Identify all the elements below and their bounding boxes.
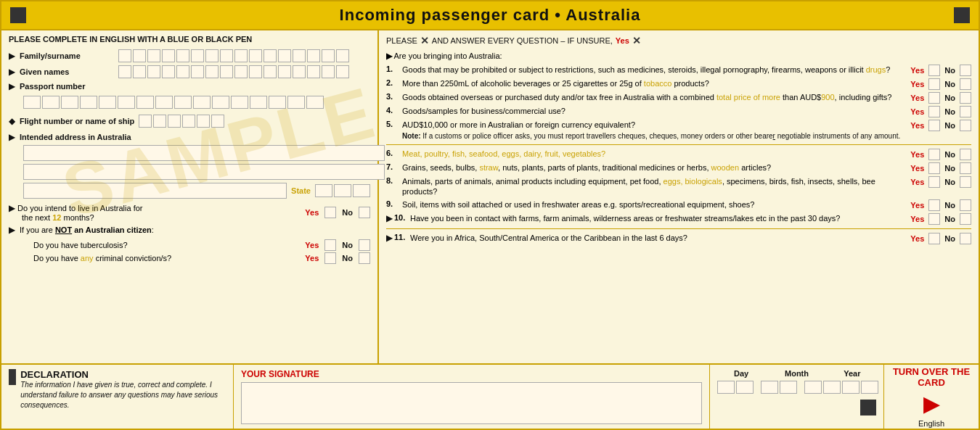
input-box[interactable] xyxy=(306,96,324,109)
input-box[interactable] xyxy=(176,49,189,62)
year-boxes[interactable] xyxy=(804,381,878,394)
input-box[interactable] xyxy=(293,49,306,62)
input-box[interactable] xyxy=(174,96,192,109)
day-box-1[interactable] xyxy=(717,381,735,394)
input-box[interactable] xyxy=(193,96,211,109)
month-boxes[interactable] xyxy=(761,381,797,394)
input-box[interactable] xyxy=(42,96,60,109)
live-no-checkbox[interactable] xyxy=(359,207,370,218)
input-box[interactable] xyxy=(231,96,248,109)
input-box[interactable] xyxy=(155,96,173,109)
q11-no-box[interactable] xyxy=(960,233,971,244)
q2-yes-box[interactable] xyxy=(928,78,940,90)
input-box[interactable] xyxy=(211,115,224,128)
address-input-line1[interactable] xyxy=(23,145,385,161)
q10-no-box[interactable] xyxy=(960,213,971,225)
input-box[interactable] xyxy=(99,96,116,109)
input-box[interactable] xyxy=(220,49,233,62)
input-box[interactable] xyxy=(153,115,166,128)
q4-yes-box[interactable] xyxy=(928,106,940,117)
q5-no-box[interactable] xyxy=(960,120,971,131)
input-box[interactable] xyxy=(61,96,78,109)
q7-no-box[interactable] xyxy=(960,162,971,174)
input-box[interactable] xyxy=(205,65,219,78)
q6-no-box[interactable] xyxy=(960,149,971,160)
input-box[interactable] xyxy=(147,49,160,62)
year-box-4[interactable] xyxy=(861,381,878,394)
year-box-2[interactable] xyxy=(823,381,841,394)
input-box[interactable] xyxy=(118,65,131,78)
signature-box[interactable] xyxy=(241,382,702,424)
input-box[interactable] xyxy=(249,49,262,62)
flight-number-input[interactable] xyxy=(139,115,370,128)
input-box[interactable] xyxy=(80,96,97,109)
input-box[interactable] xyxy=(139,115,152,128)
input-box[interactable] xyxy=(353,184,370,197)
state-input[interactable] xyxy=(315,184,370,197)
input-box[interactable] xyxy=(118,49,131,62)
input-box[interactable] xyxy=(269,96,286,109)
live-yes-checkbox[interactable] xyxy=(324,207,336,218)
q4-no-box[interactable] xyxy=(960,106,971,117)
input-box[interactable] xyxy=(287,96,305,109)
input-box[interactable] xyxy=(293,65,306,78)
month-box-2[interactable] xyxy=(780,381,797,394)
input-box[interactable] xyxy=(212,96,229,109)
address-input-line2[interactable] xyxy=(23,164,385,180)
input-box[interactable] xyxy=(220,65,233,78)
q9-no-box[interactable] xyxy=(960,199,971,211)
input-box[interactable] xyxy=(250,96,267,109)
q1-no-box[interactable] xyxy=(960,65,971,76)
input-box[interactable] xyxy=(162,49,175,62)
q8-yes-box[interactable] xyxy=(928,176,940,188)
month-box-1[interactable] xyxy=(761,381,778,394)
input-box[interactable] xyxy=(133,65,146,78)
q10-yes-box[interactable] xyxy=(928,213,940,225)
input-box[interactable] xyxy=(234,65,248,78)
address-suburb-input[interactable] xyxy=(23,183,287,199)
input-box[interactable] xyxy=(176,65,189,78)
q3-no-box[interactable] xyxy=(960,92,971,104)
q5-yes-box[interactable] xyxy=(928,120,940,131)
criminal-yes-checkbox[interactable] xyxy=(324,252,336,264)
day-box-2[interactable] xyxy=(736,381,754,394)
family-surname-input[interactable] xyxy=(118,49,370,62)
input-box[interactable] xyxy=(147,65,160,78)
input-box[interactable] xyxy=(118,96,135,109)
passport-number-input-row1[interactable] xyxy=(23,96,370,109)
input-box[interactable] xyxy=(133,49,146,62)
input-box[interactable] xyxy=(336,49,349,62)
input-box[interactable] xyxy=(249,65,262,78)
input-box[interactable] xyxy=(168,115,181,128)
criminal-no-checkbox[interactable] xyxy=(359,252,370,264)
input-box[interactable] xyxy=(307,49,320,62)
given-names-input[interactable] xyxy=(118,65,370,78)
input-box[interactable] xyxy=(334,184,351,197)
input-box[interactable] xyxy=(264,49,277,62)
q8-no-box[interactable] xyxy=(960,176,971,188)
input-box[interactable] xyxy=(322,65,335,78)
input-box[interactable] xyxy=(182,115,195,128)
year-box-3[interactable] xyxy=(842,381,859,394)
q3-yes-box[interactable] xyxy=(928,92,940,104)
input-box[interactable] xyxy=(322,49,335,62)
q11-yes-box[interactable] xyxy=(928,233,940,244)
input-box[interactable] xyxy=(162,65,175,78)
q2-no-box[interactable] xyxy=(960,78,971,90)
input-box[interactable] xyxy=(336,65,349,78)
input-box[interactable] xyxy=(278,49,291,62)
input-box[interactable] xyxy=(264,65,277,78)
input-box[interactable] xyxy=(278,65,291,78)
input-box[interactable] xyxy=(315,184,332,197)
input-box[interactable] xyxy=(191,65,204,78)
tb-yes-checkbox[interactable] xyxy=(324,239,336,251)
q1-yes-box[interactable] xyxy=(928,65,940,76)
q9-yes-box[interactable] xyxy=(928,199,940,211)
tb-no-checkbox[interactable] xyxy=(359,239,370,251)
year-box-1[interactable] xyxy=(804,381,822,394)
input-box[interactable] xyxy=(136,96,154,109)
input-box[interactable] xyxy=(191,49,204,62)
day-boxes[interactable] xyxy=(717,381,754,394)
input-box[interactable] xyxy=(234,49,248,62)
input-box[interactable] xyxy=(197,115,210,128)
